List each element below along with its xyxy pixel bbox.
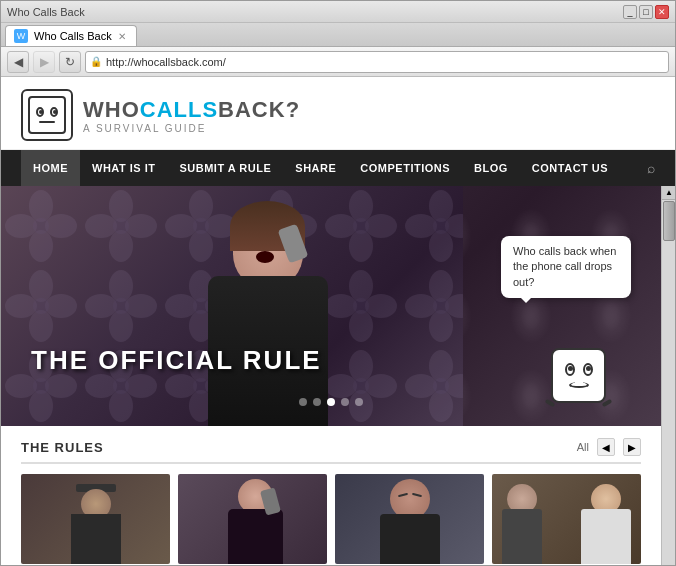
rules-header: THE RULES All ◀ ▶ xyxy=(21,438,641,464)
thumbnail-3[interactable]: The Boss xyxy=(335,474,484,565)
nav-competitions[interactable]: COMPETITIONS xyxy=(348,150,462,186)
speech-bubble-text: Who calls back when the phone call drops… xyxy=(513,245,616,288)
logo-brand: WHOCALLSBACK? xyxy=(83,97,300,123)
tab-close-button[interactable]: ✕ xyxy=(118,31,126,42)
site-nav: HOME WHAT IS IT SUBMIT A RULE SHARE COMP… xyxy=(1,150,675,186)
scroll-thumb[interactable] xyxy=(663,201,675,241)
page-title: Who Calls Back xyxy=(7,6,85,18)
thumb-figure-2 xyxy=(208,479,298,564)
thumb-figure-4a xyxy=(502,484,542,564)
website-content: WHOCALLSBACK? A SURVIVAL GUIDE HOME WHAT… xyxy=(1,77,675,565)
thumbnail-image-1 xyxy=(21,474,170,564)
title-bar-left: Who Calls Back xyxy=(7,6,85,18)
logo-calls: CALLS xyxy=(140,97,218,122)
address-bar-container: 🔒 xyxy=(85,51,669,73)
dot-1[interactable] xyxy=(299,398,307,406)
thumbnail-image-4 xyxy=(492,474,641,564)
title-bar: Who Calls Back _ □ ✕ xyxy=(1,1,675,23)
logo-back: BACK? xyxy=(218,97,300,122)
mascot-arm-right xyxy=(602,399,613,407)
browser-tab[interactable]: W Who Calls Back ✕ xyxy=(5,25,137,46)
thumbnail-image-3 xyxy=(335,474,484,564)
thumbnail-1[interactable]: What is it? xyxy=(21,474,170,565)
mascot-mouth xyxy=(569,382,589,388)
nav-share[interactable]: SHARE xyxy=(283,150,348,186)
hero-title: THE OFFICIAL RULE xyxy=(31,345,322,376)
rules-section: THE RULES All ◀ ▶ xyxy=(1,426,661,565)
thumb-figure-1 xyxy=(61,484,131,564)
mascot xyxy=(551,348,616,418)
browser-window: Who Calls Back _ □ ✕ W Who Calls Back ✕ … xyxy=(0,0,676,566)
rules-controls: All ◀ ▶ xyxy=(577,438,641,456)
logo-mascot xyxy=(28,96,66,134)
tab-bar: W Who Calls Back ✕ xyxy=(1,23,675,47)
logo-text: WHOCALLSBACK? A SURVIVAL GUIDE xyxy=(83,97,300,134)
site-header: WHOCALLSBACK? A SURVIVAL GUIDE xyxy=(1,77,675,150)
speech-bubble: Who calls back when the phone call drops… xyxy=(501,236,631,298)
thumbnail-2[interactable]: The Official Rule xyxy=(178,474,327,565)
hero-image xyxy=(1,186,463,426)
close-button[interactable]: ✕ xyxy=(655,5,669,19)
search-icon[interactable]: ⌕ xyxy=(647,160,655,176)
rules-title: THE RULES xyxy=(21,440,104,455)
thumb-figure-3 xyxy=(375,479,445,564)
back-button[interactable]: ◀ xyxy=(7,51,29,73)
minimize-button[interactable]: _ xyxy=(623,5,637,19)
mascot-body xyxy=(551,348,606,403)
nav-blog[interactable]: BLOG xyxy=(462,150,520,186)
dot-4[interactable] xyxy=(341,398,349,406)
mascot-eyes xyxy=(565,363,593,376)
content-area: Who calls back when the phone call drops… xyxy=(1,186,675,565)
hero-text-container: THE OFFICIAL RULE xyxy=(31,345,322,376)
mascot-eye-right xyxy=(583,363,593,376)
main-content: Who calls back when the phone call drops… xyxy=(1,186,661,565)
navigation-bar: ◀ ▶ ↻ 🔒 xyxy=(1,47,675,77)
scroll-up-button[interactable]: ▲ xyxy=(662,186,675,200)
logo-who: WHO xyxy=(83,97,140,122)
scrollbar[interactable]: ▲ xyxy=(661,186,675,565)
maximize-button[interactable]: □ xyxy=(639,5,653,19)
dot-3[interactable] xyxy=(327,398,335,406)
forward-button[interactable]: ▶ xyxy=(33,51,55,73)
rules-next-button[interactable]: ▶ xyxy=(623,438,641,456)
nav-what-is-it[interactable]: WHAT IS IT xyxy=(80,150,167,186)
thumbnails-grid: What is it? The Official R xyxy=(21,474,641,565)
dot-5[interactable] xyxy=(355,398,363,406)
address-icon: 🔒 xyxy=(90,56,102,67)
dot-2[interactable] xyxy=(313,398,321,406)
window-controls: _ □ ✕ xyxy=(623,5,669,19)
mascot-eye-left xyxy=(565,363,575,376)
rules-prev-button[interactable]: ◀ xyxy=(597,438,615,456)
tab-title: Who Calls Back xyxy=(34,30,112,42)
logo-icon xyxy=(21,89,73,141)
reload-button[interactable]: ↻ xyxy=(59,51,81,73)
carousel-dots xyxy=(299,398,363,406)
thumbnail-4[interactable]: The Argument xyxy=(492,474,641,565)
hero-person-figure xyxy=(178,206,358,426)
nav-submit-rule[interactable]: SUBMIT A RULE xyxy=(167,150,283,186)
hero-banner: Who calls back when the phone call drops… xyxy=(1,186,661,426)
logo-tagline: A SURVIVAL GUIDE xyxy=(83,123,300,134)
thumb-figure-4b xyxy=(581,484,631,564)
tab-favicon: W xyxy=(14,29,28,43)
thumbnail-image-2 xyxy=(178,474,327,564)
nav-contact[interactable]: CONTACT US xyxy=(520,150,620,186)
nav-home[interactable]: HOME xyxy=(21,150,80,186)
rules-all-link[interactable]: All xyxy=(577,441,589,453)
address-input[interactable] xyxy=(106,56,664,68)
